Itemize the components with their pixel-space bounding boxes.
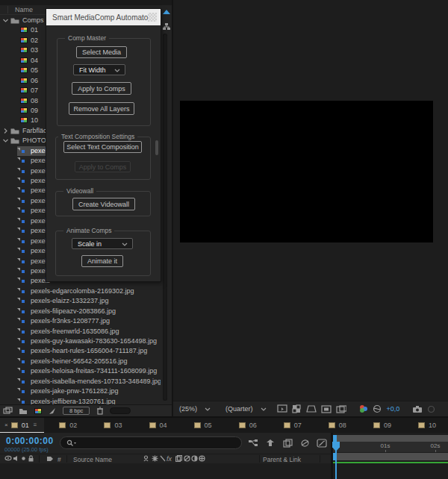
timeline-tab-01[interactable]: ×01≡: [0, 418, 44, 433]
graph-editor-icon[interactable]: [317, 438, 327, 448]
item-label: 01: [31, 26, 38, 34]
exposure-value[interactable]: +0,0: [387, 405, 400, 413]
tree-item-row[interactable]: pexels-jake-pnw-1761282.jpg: [0, 386, 172, 396]
lock-icon[interactable]: [28, 455, 34, 463]
magnification-dropdown[interactable]: (25%): [175, 405, 215, 413]
composition-view[interactable]: [180, 101, 433, 242]
quality-icon[interactable]: [160, 455, 166, 463]
tree-item-row[interactable]: pexels-fr3nks-1208777.jpg: [0, 316, 172, 326]
timeline-tab-09[interactable]: 09: [358, 418, 403, 433]
fx-icon[interactable]: fx: [167, 455, 175, 463]
select-media-button[interactable]: Select Media: [76, 46, 127, 58]
channels-icon[interactable]: [358, 404, 368, 413]
collapse-icon[interactable]: [152, 455, 158, 463]
bit-depth-button[interactable]: 8 bpc: [63, 407, 90, 415]
time-ruler[interactable]: 0s01s02s: [333, 442, 448, 452]
new-composition-icon[interactable]: [33, 407, 43, 415]
tree-item-row[interactable]: pexels-isabella-mendes-107313-348489.jpg: [0, 377, 172, 386]
timeline-track-area[interactable]: [0, 463, 331, 479]
vertical-scrollbar-track[interactable]: [163, 34, 167, 401]
select-text-composition-button[interactable]: Select Text Composition: [63, 141, 142, 153]
item-label: pexels-heart-rules-1656004-711187.jpg: [31, 347, 147, 354]
tree-item-row[interactable]: pexels-guy-kawasaki-783630-1654498.jpg: [0, 336, 172, 346]
parent-link-column[interactable]: Parent & Link: [263, 456, 301, 463]
work-area-bar[interactable]: [333, 435, 448, 442]
layer-number-column[interactable]: #: [57, 456, 61, 463]
tab-label: 01: [22, 422, 29, 429]
3d-layer-icon[interactable]: [199, 455, 205, 463]
label-tag-icon[interactable]: [46, 455, 54, 463]
item-label: pexels-freenwrld-1635086.jpg: [31, 328, 119, 335]
fit-mode-dropdown[interactable]: Fit Width: [73, 64, 125, 75]
create-videowall-button[interactable]: Create Videowall: [72, 198, 135, 210]
trash-icon[interactable]: [95, 407, 105, 415]
script-panel-scrollbar-thumb[interactable]: [155, 140, 158, 155]
playhead-line[interactable]: [335, 435, 337, 479]
tree-item-row[interactable]: pexels-edgarcolomba-2169302.jpg: [0, 287, 172, 296]
timeline-tab-08[interactable]: 08: [314, 418, 358, 433]
ruler-tick-mark: [385, 450, 386, 452]
tree-item-row[interactable]: pexels-elaizz-1332237.jpg: [0, 296, 172, 306]
current-timecode[interactable]: 0:00:00:00: [6, 436, 54, 446]
timeline-tab-03[interactable]: 03: [89, 418, 134, 433]
timeline-tab-10[interactable]: 10: [403, 418, 448, 433]
tree-item-row[interactable]: pexels-jeffibera-1320761.jpg: [0, 397, 172, 404]
motion-blur-icon[interactable]: [299, 438, 310, 448]
timeline-time-area: 0s01s02s: [331, 433, 448, 479]
timeline-search-input[interactable]: [60, 436, 242, 449]
tree-item-row[interactable]: pexels-heloisa-freitas-734111-1608099.jp…: [0, 366, 172, 376]
tab-close-icon[interactable]: ×: [4, 422, 8, 428]
color-management-icon[interactable]: [373, 404, 382, 413]
apply-to-comps-button[interactable]: Apply to Comps: [72, 82, 131, 95]
view-options-icon[interactable]: [277, 404, 287, 413]
source-name-column[interactable]: Source Name: [73, 456, 112, 463]
timeline-tab-02[interactable]: 02: [44, 418, 89, 433]
timeline-tab-06[interactable]: 06: [224, 418, 269, 433]
panel-menu-icon[interactable]: ≡: [34, 422, 37, 428]
animation-style-dropdown[interactable]: Scale in: [72, 238, 133, 249]
script-panel-titlebar[interactable]: Smart MediaComp Automator: [46, 9, 161, 25]
frame-blending-icon[interactable]: [282, 438, 293, 448]
shy-icon[interactable]: [143, 455, 149, 463]
work-area-bar-lower[interactable]: [333, 453, 448, 460]
animate-it-button[interactable]: Animate it: [81, 255, 123, 267]
motion-blur-switch-icon[interactable]: [184, 455, 190, 463]
horizontal-scrollbar[interactable]: [110, 407, 131, 414]
panel-edge-strip: [161, 5, 172, 404]
apply-to-comps-disabled-button: Apply to Comps: [75, 161, 131, 172]
mask-visibility-icon[interactable]: [336, 404, 346, 413]
item-label: pexels-elaizz-1332237.jpg: [31, 297, 109, 304]
draft-3d-icon[interactable]: [265, 438, 276, 448]
timeline-tabs[interactable]: ×01≡020304050607080910: [0, 418, 448, 433]
adjustment-icon[interactable]: [191, 455, 198, 463]
new-folder-icon[interactable]: [18, 407, 28, 415]
timeline-tab-05[interactable]: 05: [179, 418, 224, 433]
chevron-down-icon[interactable]: [2, 17, 9, 24]
guides-icon[interactable]: [321, 404, 332, 413]
video-eye-icon[interactable]: [4, 455, 12, 463]
timeline-tab-04[interactable]: 04: [134, 418, 179, 433]
tree-item-row[interactable]: pexels-freenwrld-1635086.jpg: [0, 327, 172, 336]
resolution-dropdown[interactable]: (Quarter): [221, 405, 271, 413]
interpret-footage-icon[interactable]: [3, 407, 13, 415]
audio-speaker-icon[interactable]: [13, 455, 19, 463]
chevron-down-icon[interactable]: [2, 137, 9, 144]
snapshot-camera-icon[interactable]: [412, 404, 423, 413]
tree-item-row[interactable]: pexels-heiner-56542-205516.jpg: [0, 357, 172, 366]
frame-blend-icon[interactable]: [175, 455, 182, 463]
transparency-grid-icon[interactable]: [292, 404, 301, 413]
mini-flowchart-icon[interactable]: [248, 438, 258, 448]
solo-icon[interactable]: [21, 455, 26, 463]
scroll-up-arrow-icon[interactable]: [163, 10, 170, 14]
remove-all-layers-button[interactable]: Remove All Layers: [69, 102, 134, 115]
timeline-tab-07[interactable]: 07: [269, 418, 314, 433]
roi-icon[interactable]: [306, 404, 317, 413]
folder-icon: [10, 128, 19, 136]
tree-item-row[interactable]: pexels-heart-rules-1656004-711187.jpg: [0, 346, 172, 356]
tree-item-row[interactable]: pexels-filipeazv-2083866.jpg: [0, 307, 172, 316]
close-icon[interactable]: [148, 13, 157, 22]
tab-label: 09: [384, 422, 391, 429]
chevron-right-icon[interactable]: [2, 128, 9, 134]
flowchart-icon[interactable]: [162, 20, 170, 34]
proxy-icon[interactable]: [48, 407, 57, 415]
